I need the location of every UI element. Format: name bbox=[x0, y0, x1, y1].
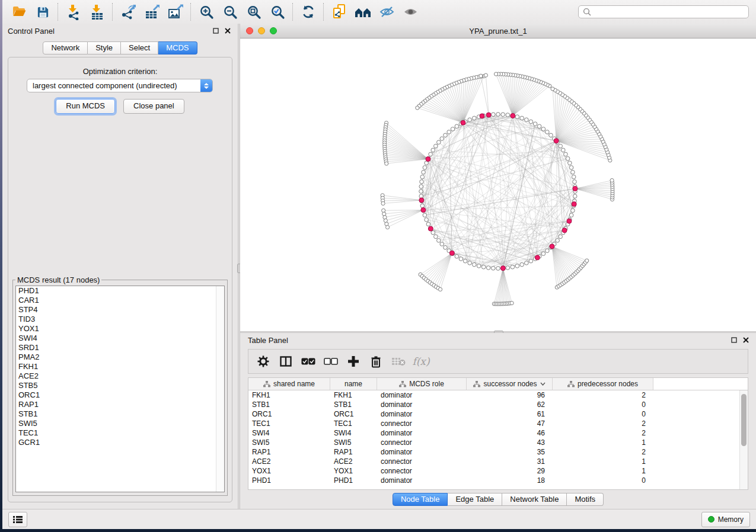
save-button[interactable] bbox=[31, 2, 55, 21]
cell-mcds-role[interactable]: dominator bbox=[377, 447, 467, 457]
mcds-result-item[interactable]: SWI4 bbox=[16, 334, 224, 343]
cell-predecessor-nodes[interactable]: 1 bbox=[553, 438, 653, 447]
cell-shared-name[interactable]: YOX1 bbox=[248, 466, 330, 476]
float-panel-icon[interactable] bbox=[211, 27, 221, 35]
mcds-result-item[interactable]: FKH1 bbox=[16, 362, 224, 371]
cell-successor-nodes[interactable]: 61 bbox=[467, 409, 553, 419]
show-all-button[interactable] bbox=[398, 2, 422, 21]
column-header-successor-nodes[interactable]: successor nodes bbox=[467, 378, 553, 390]
export-table-button[interactable] bbox=[140, 2, 164, 21]
cell-shared-name[interactable]: SWI5 bbox=[248, 438, 330, 447]
table-options-button[interactable] bbox=[254, 352, 272, 370]
zoom-fit-button[interactable] bbox=[242, 2, 266, 21]
cell-predecessor-nodes[interactable]: 0 bbox=[553, 400, 653, 409]
close-panel-icon[interactable] bbox=[741, 336, 751, 344]
hide-selected-button[interactable] bbox=[375, 2, 398, 21]
close-panel-icon[interactable] bbox=[223, 27, 232, 35]
cell-name[interactable]: RAP1 bbox=[330, 447, 377, 457]
cell-name[interactable]: SWI4 bbox=[330, 428, 377, 438]
mcds-list-scrollbar[interactable] bbox=[216, 286, 224, 492]
mcds-result-item[interactable]: STP4 bbox=[16, 305, 224, 315]
mcds-result-item[interactable]: STB1 bbox=[16, 409, 224, 419]
mcds-result-item[interactable]: CAR1 bbox=[16, 296, 224, 305]
mcds-result-item[interactable]: PMA2 bbox=[16, 352, 224, 362]
column-header-mcds-role[interactable]: MCDS role bbox=[377, 378, 467, 390]
cell-shared-name[interactable]: SWI4 bbox=[248, 428, 330, 438]
tab-select[interactable]: Select bbox=[121, 41, 158, 55]
cell-predecessor-nodes[interactable]: 2 bbox=[553, 390, 653, 400]
cell-name[interactable]: ACE2 bbox=[330, 457, 377, 466]
cell-successor-nodes[interactable]: 29 bbox=[467, 466, 553, 476]
cell-successor-nodes[interactable]: 62 bbox=[467, 400, 553, 409]
cell-predecessor-nodes[interactable]: 1 bbox=[553, 466, 653, 476]
cell-name[interactable]: PHD1 bbox=[330, 476, 377, 485]
cell-successor-nodes[interactable]: 31 bbox=[467, 457, 553, 466]
select-all-columns-button[interactable] bbox=[299, 352, 317, 370]
delete-column-button[interactable] bbox=[367, 352, 385, 370]
tab-style[interactable]: Style bbox=[88, 41, 121, 55]
tab-network-table[interactable]: Network Table bbox=[502, 493, 567, 506]
cell-mcds-role[interactable]: connector bbox=[377, 457, 467, 466]
cell-shared-name[interactable]: FKH1 bbox=[248, 390, 330, 400]
table-row[interactable]: SWI4SWI4dominator462 bbox=[248, 428, 748, 438]
unselect-all-columns-button[interactable] bbox=[322, 352, 340, 370]
tab-motifs[interactable]: Motifs bbox=[567, 493, 604, 506]
zoom-out-button[interactable] bbox=[218, 2, 242, 21]
cell-predecessor-nodes[interactable]: 2 bbox=[553, 428, 653, 438]
cell-name[interactable]: STB1 bbox=[330, 400, 377, 409]
search-input[interactable] bbox=[594, 7, 748, 17]
tab-network[interactable]: Network bbox=[43, 41, 88, 55]
table-row[interactable]: ORC1ORC1dominator610 bbox=[248, 409, 748, 419]
export-network-button[interactable] bbox=[116, 2, 140, 21]
cell-mcds-role[interactable]: connector bbox=[377, 419, 467, 428]
cell-shared-name[interactable]: ORC1 bbox=[248, 409, 330, 419]
column-header-name[interactable]: name bbox=[330, 378, 377, 390]
import-network-button[interactable] bbox=[62, 2, 85, 21]
table-row[interactable]: PHD1PHD1dominator180 bbox=[248, 476, 748, 485]
cell-name[interactable]: FKH1 bbox=[330, 390, 377, 400]
mcds-result-item[interactable]: TID3 bbox=[16, 315, 224, 324]
cell-successor-nodes[interactable]: 47 bbox=[467, 419, 553, 428]
tab-node-table[interactable]: Node Table bbox=[393, 493, 448, 506]
network-graph[interactable] bbox=[240, 39, 756, 331]
cell-shared-name[interactable]: TEC1 bbox=[248, 419, 330, 428]
mcds-result-item[interactable]: GCR1 bbox=[16, 438, 224, 447]
export-image-button[interactable] bbox=[164, 2, 187, 21]
import-table-button[interactable] bbox=[85, 2, 109, 21]
mcds-result-item[interactable]: TEC1 bbox=[16, 428, 224, 438]
cell-mcds-role[interactable]: dominator bbox=[377, 476, 467, 485]
refresh-button[interactable] bbox=[296, 2, 320, 21]
float-panel-icon[interactable] bbox=[729, 336, 739, 344]
cell-mcds-role[interactable]: connector bbox=[377, 466, 467, 476]
column-header-predecessor-nodes[interactable]: predecessor nodes bbox=[553, 378, 653, 390]
cell-predecessor-nodes[interactable]: 0 bbox=[553, 476, 653, 485]
cell-name[interactable]: TEC1 bbox=[330, 419, 377, 428]
cell-shared-name[interactable]: STB1 bbox=[248, 400, 330, 409]
mcds-result-item[interactable]: ACE2 bbox=[16, 371, 224, 381]
table-row[interactable]: ACE2ACE2connector311 bbox=[248, 457, 748, 466]
mcds-result-item[interactable]: SRD1 bbox=[16, 343, 224, 352]
cell-mcds-role[interactable]: connector bbox=[377, 438, 467, 447]
cell-shared-name[interactable]: PHD1 bbox=[248, 476, 330, 485]
cell-predecessor-nodes[interactable]: 1 bbox=[553, 457, 653, 466]
scrollbar-thumb[interactable] bbox=[741, 394, 747, 446]
cell-predecessor-nodes[interactable]: 2 bbox=[553, 419, 653, 428]
cell-shared-name[interactable]: ACE2 bbox=[248, 457, 330, 466]
cell-name[interactable]: YOX1 bbox=[330, 466, 377, 476]
tab-mcds[interactable]: MCDS bbox=[158, 41, 197, 55]
zoom-selected-button[interactable] bbox=[266, 2, 289, 21]
cell-successor-nodes[interactable]: 18 bbox=[467, 476, 553, 485]
cell-successor-nodes[interactable]: 43 bbox=[467, 438, 553, 447]
run-mcds-button[interactable]: Run MCDS bbox=[56, 99, 115, 114]
table-row[interactable]: STB1STB1dominator620 bbox=[248, 400, 748, 409]
cell-mcds-role[interactable]: dominator bbox=[377, 390, 467, 400]
cell-name[interactable]: SWI5 bbox=[330, 438, 377, 447]
column-header-shared-name[interactable]: shared name bbox=[248, 378, 330, 390]
table-row[interactable]: RAP1RAP1dominator352 bbox=[248, 447, 748, 457]
optimization-criterion-select[interactable]: largest connected component (undirected) bbox=[27, 79, 213, 92]
tab-edge-table[interactable]: Edge Table bbox=[448, 493, 502, 506]
mcds-result-item[interactable]: STB5 bbox=[16, 381, 224, 390]
mcds-result-item[interactable]: SWI5 bbox=[16, 419, 224, 428]
cell-shared-name[interactable]: RAP1 bbox=[248, 447, 330, 457]
mcds-result-item[interactable]: YOX1 bbox=[16, 324, 224, 334]
